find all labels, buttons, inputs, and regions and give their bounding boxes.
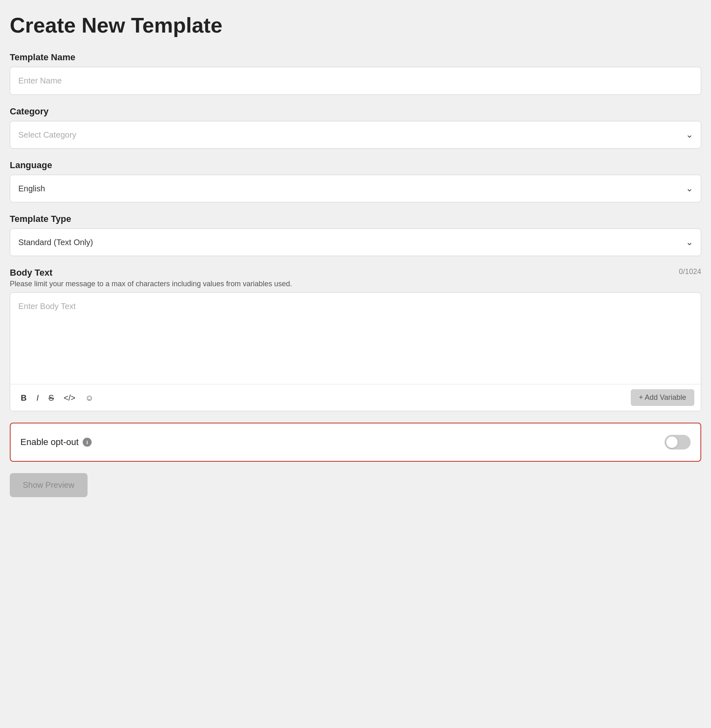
template-name-group: Template Name	[10, 52, 701, 95]
char-count: 0/1024	[679, 268, 701, 276]
add-variable-button[interactable]: + Add Variable	[631, 389, 694, 406]
toggle-slider	[665, 435, 691, 450]
body-text-input[interactable]	[10, 293, 701, 382]
body-textarea-wrapper: B I S </> ☺ + Add Variable	[10, 292, 701, 411]
show-preview-button[interactable]: Show Preview	[10, 473, 88, 497]
info-icon[interactable]: i	[83, 438, 92, 447]
emoji-button[interactable]: ☺	[81, 391, 97, 404]
code-button[interactable]: </>	[59, 391, 79, 404]
opt-out-toggle[interactable]	[665, 435, 691, 450]
template-type-label: Template Type	[10, 214, 701, 224]
language-select-wrapper: English Spanish French ⌄	[10, 175, 701, 202]
category-select[interactable]: Select Category	[10, 121, 701, 149]
opt-out-section: Enable opt-out i	[10, 423, 701, 462]
body-text-hint: Please limit your message to a max of ch…	[10, 280, 701, 288]
template-name-label: Template Name	[10, 52, 701, 63]
template-type-select-wrapper: Standard (Text Only) Rich Media Interact…	[10, 228, 701, 256]
strikethrough-button[interactable]: S	[44, 391, 58, 404]
category-label: Category	[10, 106, 701, 117]
body-text-label: Body Text	[10, 268, 53, 278]
opt-out-label-group: Enable opt-out i	[20, 437, 92, 447]
language-group: Language English Spanish French ⌄	[10, 160, 701, 202]
language-label: Language	[10, 160, 701, 171]
template-type-select[interactable]: Standard (Text Only) Rich Media Interact…	[10, 228, 701, 256]
language-select[interactable]: English Spanish French	[10, 175, 701, 202]
body-text-group: Body Text 0/1024 Please limit your messa…	[10, 268, 701, 411]
body-text-header: Body Text 0/1024	[10, 268, 701, 278]
category-group: Category Select Category ⌄	[10, 106, 701, 149]
template-name-input[interactable]	[10, 67, 701, 95]
opt-out-label: Enable opt-out	[20, 437, 79, 447]
page-title: Create New Template	[10, 13, 701, 37]
bold-button[interactable]: B	[17, 391, 31, 404]
template-type-group: Template Type Standard (Text Only) Rich …	[10, 214, 701, 256]
toolbar: B I S </> ☺ + Add Variable	[10, 384, 701, 411]
italic-button[interactable]: I	[32, 391, 43, 404]
category-select-wrapper: Select Category ⌄	[10, 121, 701, 149]
